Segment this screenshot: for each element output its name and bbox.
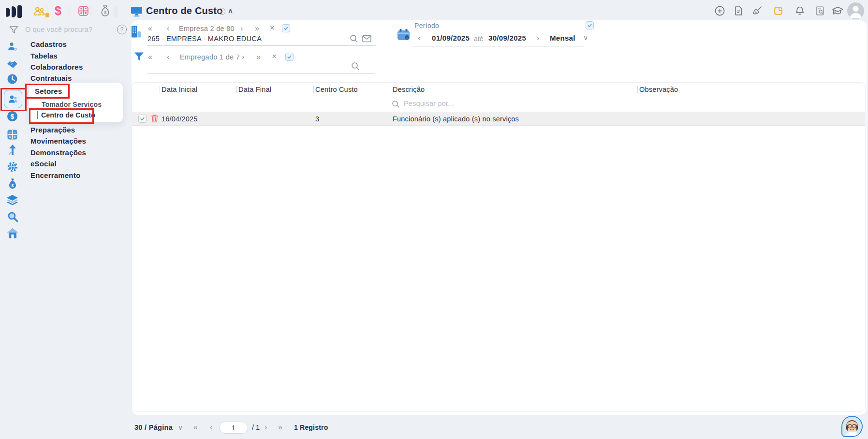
preparacoes-calculator-icon[interactable]: + − × = — [7, 129, 18, 142]
search-tool-icon[interactable] — [7, 211, 18, 224]
page-prev-button[interactable]: ‹ — [210, 424, 212, 431]
cadastros-icon[interactable] — [7, 41, 18, 54]
svg-text:−: − — [14, 131, 15, 134]
submenu-item-tomador-servicos[interactable]: Tomador Serviços — [42, 101, 102, 108]
period-underline — [412, 46, 584, 46]
sidebar-item-preparacoes[interactable]: Preparações — [30, 126, 75, 134]
sidebar-search-input[interactable] — [24, 25, 103, 34]
sidebar-item-cadastros[interactable]: Cadastros — [30, 40, 67, 48]
period-next-button[interactable]: › — [537, 34, 539, 42]
table-search-input[interactable] — [403, 99, 550, 108]
company-search-icon[interactable] — [350, 34, 358, 45]
period-mode-dropdown-icon[interactable]: ∨ — [583, 34, 588, 42]
column-divider — [637, 86, 638, 93]
filter-icon[interactable] — [9, 25, 19, 37]
employee-filter-icon — [133, 51, 145, 64]
company-mail-icon[interactable] — [362, 35, 371, 44]
sidebar-item-encerramento[interactable]: Encerramento — [30, 171, 80, 179]
page-next-button[interactable]: › — [265, 424, 267, 431]
period-until-label: até — [474, 35, 483, 43]
collapse-header-icon[interactable]: ∧ — [228, 6, 233, 15]
module-separator — [90, 5, 93, 16]
company-prev-button[interactable]: ‹ — [167, 25, 169, 32]
company-last-button[interactable]: » — [255, 25, 258, 32]
sidebar-item-movimentacoes[interactable]: Movimentações — [30, 137, 86, 145]
page-number-input[interactable] — [219, 422, 248, 434]
page-last-button[interactable]: » — [278, 424, 281, 431]
period-end-date[interactable]: 30/09/2025 — [488, 34, 526, 42]
annotation-box-setores-icon — [0, 88, 27, 111]
encerramento-moneybag-icon[interactable]: $ — [7, 178, 18, 191]
module-moneybag-icon[interactable]: $ — [100, 4, 111, 19]
page-first-button[interactable]: « — [193, 424, 196, 431]
period-checkbox[interactable] — [586, 21, 594, 29]
logo-bar — [17, 5, 22, 18]
logo-bar — [12, 6, 16, 17]
per-page-dropdown-icon[interactable]: ∨ — [178, 424, 183, 431]
svg-text:$: $ — [11, 183, 14, 188]
info-icon[interactable]: i — [218, 8, 225, 15]
row-delete-icon[interactable] — [151, 114, 159, 125]
module-separator — [68, 5, 70, 16]
layers-icon[interactable] — [6, 194, 18, 207]
employee-search-icon[interactable] — [351, 62, 360, 73]
esocial-gear-icon[interactable] — [7, 161, 18, 175]
employee-next-button[interactable]: › — [242, 53, 244, 61]
sidebar-item-tabelas[interactable]: Tabelas — [30, 52, 58, 60]
module-calculator-icon[interactable] — [77, 5, 89, 19]
employee-clear-button[interactable]: × — [272, 53, 277, 60]
company-next-button[interactable]: › — [240, 25, 243, 32]
company-checkbox[interactable] — [282, 24, 290, 32]
financeiro-dollar-icon[interactable]: $ — [7, 111, 18, 124]
user-avatar[interactable] — [847, 2, 864, 19]
sidebar-item-esocial[interactable]: eSocial — [30, 160, 57, 168]
period-mode-select[interactable]: Mensal — [550, 34, 575, 42]
column-header-centro-custo[interactable]: Centro Custo — [315, 86, 358, 93]
audit-search-icon[interactable] — [814, 5, 825, 18]
module-indicator — [45, 13, 49, 17]
company-clear-button[interactable]: × — [270, 24, 275, 32]
column-header-data-inicial[interactable]: Data Inicial — [162, 86, 197, 93]
add-button[interactable] — [714, 5, 725, 18]
period-prev-button[interactable]: ‹ — [418, 34, 420, 42]
help-icon[interactable]: ? — [117, 25, 127, 34]
page-total-label: / 1 — [252, 424, 260, 431]
employee-first-button[interactable]: « — [148, 53, 151, 61]
row-confirm-checkbox[interactable] — [138, 115, 147, 123]
company-value[interactable]: 265 - EMPRESA - MAKRO EDUCA — [147, 35, 262, 43]
scrollbar-thumb[interactable] — [115, 6, 118, 17]
column-header-descricao[interactable]: Descrição — [393, 86, 425, 93]
annotation-box-setores-label — [25, 84, 70, 99]
period-start-date[interactable]: 01/09/2025 — [432, 34, 470, 42]
column-divider — [391, 86, 391, 93]
employee-position-label: Empregado 1 de 7 — [180, 53, 240, 61]
employee-last-button[interactable]: » — [256, 53, 259, 61]
colaboradores-handshake-icon[interactable] — [6, 59, 19, 72]
monitor-icon — [131, 6, 143, 19]
contratuais-clock-icon[interactable] — [7, 73, 18, 87]
reports-icon[interactable] — [733, 5, 744, 18]
cell-descricao: Funcionário (s) aplicado (s) no serviços — [393, 115, 519, 123]
column-divider — [236, 86, 237, 93]
notes-icon[interactable] — [773, 5, 784, 18]
module-people-icon[interactable] — [33, 5, 46, 19]
column-header-data-final[interactable]: Data Final — [238, 86, 271, 93]
movimentacoes-arrow-icon[interactable] — [7, 144, 18, 158]
company-first-button[interactable]: « — [148, 25, 151, 32]
sidebar-item-colaboradores[interactable]: Colaboradores — [30, 63, 83, 71]
sidebar-item-contratuais[interactable]: Contratuais — [30, 74, 72, 82]
training-cap-icon[interactable] — [832, 5, 844, 19]
column-header-observacao[interactable]: Observação — [639, 86, 678, 93]
home-icon[interactable] — [7, 228, 18, 241]
cleanup-broom-icon[interactable] — [751, 5, 763, 18]
cell-centro-custo: 3 — [315, 115, 319, 123]
notifications-bell-icon[interactable] — [794, 5, 806, 18]
employee-prev-button[interactable]: ‹ — [167, 53, 169, 61]
module-payroll-icon[interactable]: $ — [55, 4, 61, 18]
sidebar-item-demonstracoes[interactable]: Demonstrações — [30, 148, 86, 157]
svg-text:$: $ — [11, 113, 15, 120]
app-root: { "colors": { "accent_blue": "#2f86d4", … — [0, 0, 868, 439]
support-chat-avatar[interactable] — [841, 416, 863, 437]
employee-checkbox[interactable] — [285, 53, 294, 61]
per-page-select[interactable]: 30 / Página — [134, 424, 173, 431]
